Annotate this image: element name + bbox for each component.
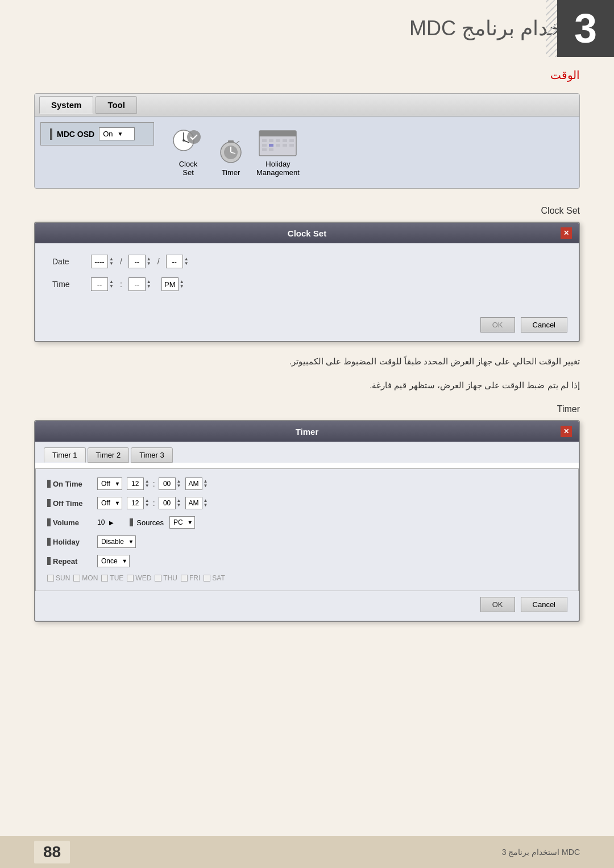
day-tue: TUE xyxy=(101,574,123,582)
on-hour-value: 12 xyxy=(127,477,144,490)
mdc-toolbar: System Tool xyxy=(35,94,579,117)
svg-rect-13 xyxy=(262,139,267,142)
holiday-select-wrapper[interactable]: Disable ▼ xyxy=(97,535,136,548)
mdc-osd-dropdown[interactable]: On ▼ xyxy=(99,127,135,140)
on-min-value: 00 xyxy=(159,477,176,490)
timer-tab-3[interactable]: Timer 3 xyxy=(131,447,173,463)
off-ampm-arrows[interactable]: ▲ ▼ xyxy=(204,499,208,508)
on-time-arrow: ▼ xyxy=(115,481,120,487)
svg-point-4 xyxy=(187,130,201,144)
off-time-select-wrapper[interactable]: Off ▼ xyxy=(97,497,122,509)
sources-indicator xyxy=(130,518,133,526)
on-time-label: On Time xyxy=(47,480,93,488)
mon-checkbox[interactable] xyxy=(73,575,80,582)
mdc-osd-label: MDC OSD xyxy=(57,130,94,139)
hour-down[interactable]: ▼ xyxy=(109,284,114,289)
clock-set-titlebar: Clock Set ✕ xyxy=(35,223,579,243)
timer-ok-button[interactable]: OK xyxy=(480,597,515,612)
repeat-select-wrapper[interactable]: Once ▼ xyxy=(97,555,130,567)
holiday-indicator xyxy=(47,538,51,546)
sat-checkbox[interactable] xyxy=(204,575,210,582)
off-min-spinner: 00 ▲ ▼ xyxy=(159,497,181,509)
year-arrows[interactable]: ▲ ▼ xyxy=(109,257,114,266)
ampm-arrows[interactable]: ▲ ▼ xyxy=(180,280,184,289)
svg-rect-24 xyxy=(269,148,273,151)
clock-set-title: Clock Set xyxy=(53,229,561,238)
tab-tool[interactable]: Tool xyxy=(96,96,137,114)
clock-set-close-button[interactable]: ✕ xyxy=(561,227,572,239)
svg-rect-23 xyxy=(262,148,267,151)
on-min-arrows[interactable]: ▲ ▼ xyxy=(177,479,181,488)
off-hour-arrows[interactable]: ▲ ▼ xyxy=(145,499,150,508)
mdc-body: MDC OSD On ▼ xyxy=(35,117,579,188)
svg-rect-21 xyxy=(283,144,287,147)
month-value: -- xyxy=(128,255,146,268)
timer-tab-2[interactable]: Timer 2 xyxy=(88,447,130,463)
volume-label: Volume xyxy=(47,518,93,527)
wed-checkbox[interactable] xyxy=(127,575,134,582)
clock-set-icon-item[interactable]: Clock Set xyxy=(171,128,205,177)
on-time-inputs: 12 ▲ ▼ : 00 ▲ ▼ xyxy=(127,477,208,490)
timer-dialog: Timer ✕ Timer 1 Timer 2 Timer 3 On Time … xyxy=(34,420,580,622)
svg-rect-17 xyxy=(289,139,294,142)
svg-rect-14 xyxy=(269,139,273,142)
holiday-icon-item[interactable]: Holiday Management xyxy=(256,128,300,177)
timer-icon-item[interactable]: Timer xyxy=(217,136,245,177)
repeat-row: Repeat Once ▼ xyxy=(47,555,567,567)
arabic-text-2: إذا لم يتم ضبط الوقت على جهاز العرض، ستظ… xyxy=(34,377,580,393)
timer-tab-1[interactable]: Timer 1 xyxy=(44,447,86,463)
on-ampm-arrows[interactable]: ▲ ▼ xyxy=(204,479,208,488)
date-sep1: / xyxy=(120,257,122,266)
off-min-arrows[interactable]: ▲ ▼ xyxy=(177,499,181,508)
mdc-left-panel: MDC OSD On ▼ xyxy=(40,122,154,146)
timer-titlebar: Timer ✕ xyxy=(35,421,579,442)
on-time-row: On Time Off ▼ 12 ▲ ▼ : xyxy=(47,477,567,490)
svg-rect-15 xyxy=(276,139,280,142)
on-hour-arrows[interactable]: ▲ ▼ xyxy=(145,479,150,488)
minute-arrows[interactable]: ▲ ▼ xyxy=(147,280,151,289)
timer-close-button[interactable]: ✕ xyxy=(561,426,572,437)
fri-checkbox[interactable] xyxy=(181,575,188,582)
timer-cancel-button[interactable]: Cancel xyxy=(521,597,567,612)
year-down[interactable]: ▼ xyxy=(109,261,114,266)
sources-select-wrapper[interactable]: PC ▼ xyxy=(169,516,195,529)
month-arrows[interactable]: ▲ ▼ xyxy=(147,257,151,266)
timer-tabs: Timer 1 Timer 2 Timer 3 xyxy=(44,447,570,463)
day-sat: SAT xyxy=(204,574,225,582)
clock-cancel-button[interactable]: Cancel xyxy=(521,317,567,333)
on-time-select-wrapper[interactable]: Off ▼ xyxy=(97,477,122,490)
timer-footer: OK Cancel xyxy=(35,591,579,621)
clock-ok-button[interactable]: OK xyxy=(480,317,515,333)
off-time-sep: : xyxy=(153,499,155,508)
tue-checkbox[interactable] xyxy=(101,575,108,582)
timer-section-title: Timer xyxy=(34,404,580,414)
thu-checkbox[interactable] xyxy=(155,575,161,582)
day-spinner: -- ▲ ▼ xyxy=(166,255,189,268)
chapter-number-box: 3 xyxy=(557,0,614,57)
svg-rect-18 xyxy=(262,144,267,147)
time-label: Time xyxy=(52,280,86,289)
sun-checkbox[interactable] xyxy=(47,575,54,582)
volume-increase[interactable]: ▶ xyxy=(109,520,114,526)
time-sep: : xyxy=(120,280,122,289)
month-down[interactable]: ▼ xyxy=(147,261,151,266)
repeat-indicator xyxy=(47,557,51,565)
timer-svg xyxy=(217,136,245,166)
hour-arrows[interactable]: ▲ ▼ xyxy=(109,280,114,289)
ampm-value: PM xyxy=(161,277,179,291)
sources-section: Sources PC ▼ xyxy=(130,516,194,529)
minute-down[interactable]: ▼ xyxy=(147,284,151,289)
svg-rect-12 xyxy=(259,131,296,136)
holiday-label: Holiday Management xyxy=(256,160,300,177)
day-arrows[interactable]: ▲ ▼ xyxy=(184,257,189,266)
date-sep2: / xyxy=(157,257,160,266)
time-row: Time -- ▲ ▼ : -- ▲ ▼ xyxy=(52,277,562,291)
ampm-down[interactable]: ▼ xyxy=(180,284,184,289)
dropdown-arrow: ▼ xyxy=(117,131,123,137)
footer-text: MDC استخدام برنامج 3 xyxy=(502,848,580,857)
sources-arrow: ▼ xyxy=(188,520,193,525)
tab-system[interactable]: System xyxy=(39,96,93,114)
day-down[interactable]: ▼ xyxy=(184,261,189,266)
year-spinner: ---- ▲ ▼ xyxy=(91,255,114,268)
holiday-svg xyxy=(256,128,299,157)
